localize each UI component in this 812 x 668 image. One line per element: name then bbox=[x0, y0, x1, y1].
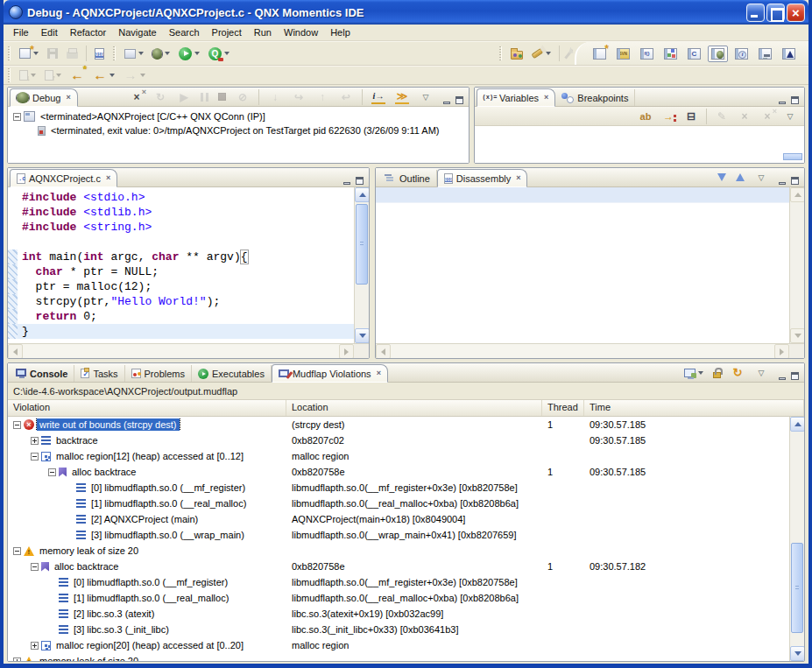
dropdown-arrow-icon[interactable] bbox=[546, 52, 551, 55]
profile-button[interactable] bbox=[205, 45, 233, 63]
remove-all-terminated-button[interactable]: × bbox=[126, 88, 147, 107]
profiler-perspective-button[interactable] bbox=[779, 46, 799, 62]
tab-problems[interactable]: Problems bbox=[125, 365, 192, 382]
maximize-view-button[interactable] bbox=[353, 174, 366, 186]
violation-row[interactable]: [1] libmudflapth.so.0 (__real_malloc)lib… bbox=[8, 496, 789, 511]
toolbar-drag-handle[interactable] bbox=[113, 46, 116, 60]
menu-project[interactable]: Project bbox=[206, 25, 248, 39]
minimize-view-button[interactable] bbox=[775, 94, 788, 106]
tab-mudflap-violations[interactable]: Mudflap Violations× bbox=[272, 364, 388, 383]
menu-search[interactable]: Search bbox=[163, 25, 206, 39]
tab-debug[interactable]: Debug× bbox=[10, 88, 78, 107]
restart-button[interactable]: ↻ bbox=[150, 88, 171, 107]
violation-row[interactable]: alloc backtrace0xb820758e109:30.57.182 bbox=[8, 559, 789, 574]
menu-run[interactable]: Run bbox=[248, 25, 278, 39]
open-element-button[interactable] bbox=[507, 46, 526, 62]
violation-row[interactable]: alloc backtrace0xb820758e109:30.57.185 bbox=[8, 464, 789, 480]
dropdown-arrow-icon[interactable] bbox=[31, 74, 36, 77]
collapse-all-button[interactable]: ⊟ bbox=[681, 107, 702, 126]
variables-content[interactable] bbox=[475, 126, 804, 163]
expander-minus[interactable] bbox=[13, 421, 21, 429]
column-header-location[interactable]: Location bbox=[286, 400, 542, 416]
violation-row[interactable]: write out of bounds (strcpy dest)(strcpy… bbox=[8, 417, 789, 432]
toolbar-drag-handle[interactable] bbox=[8, 68, 11, 82]
team-perspective-button[interactable] bbox=[660, 46, 681, 62]
toolbar-drag-handle[interactable] bbox=[8, 46, 11, 60]
view-menu-button[interactable]: ▽ bbox=[751, 168, 772, 187]
dropdown-arrow-icon[interactable] bbox=[194, 52, 200, 55]
change-value-button[interactable]: ✎ bbox=[711, 107, 732, 126]
debug-button[interactable] bbox=[149, 46, 173, 62]
scroll-up-button[interactable] bbox=[790, 187, 804, 202]
scroll-right-button[interactable] bbox=[774, 344, 789, 359]
violation-row[interactable]: memory leak of size 20 bbox=[8, 543, 789, 559]
debug-launch-button[interactable] bbox=[121, 46, 147, 61]
violation-row[interactable]: [1] libmudflapth.so.0 (__real_malloc)lib… bbox=[8, 590, 789, 606]
open-perspective-button[interactable] bbox=[590, 46, 610, 62]
violation-row[interactable]: [2] libc.so.3 (atexit)libc.so.3(atexit+0… bbox=[8, 606, 789, 622]
violation-row[interactable]: memory leak of size 20 bbox=[8, 653, 789, 661]
close-tab-icon[interactable]: × bbox=[516, 174, 520, 182]
save-button[interactable] bbox=[44, 46, 61, 61]
dropdown-arrow-icon[interactable] bbox=[140, 74, 145, 77]
suspend-button[interactable] bbox=[197, 90, 212, 104]
scroll-right-button[interactable] bbox=[339, 344, 354, 359]
tab-breakpoints[interactable]: Breakpoints bbox=[555, 89, 635, 106]
editor-vertical-scrollbar[interactable] bbox=[354, 187, 369, 343]
remove-all-button[interactable]: × bbox=[757, 107, 778, 126]
tab-disassembly[interactable]: Disassembly× bbox=[437, 169, 528, 187]
menu-navigate[interactable]: Navigate bbox=[112, 25, 162, 39]
last-edit-location-button[interactable]: ← bbox=[67, 66, 88, 85]
display-console-button[interactable] bbox=[681, 366, 707, 380]
code-editor[interactable]: #include <stdio.h>#include <stdlib.h>#in… bbox=[8, 187, 354, 343]
drop-to-frame-button[interactable]: ↩ bbox=[335, 88, 357, 107]
expander-plus[interactable] bbox=[31, 437, 39, 445]
maximize-view-button[interactable] bbox=[788, 369, 801, 382]
close-tab-icon[interactable]: × bbox=[377, 369, 381, 377]
c-perspective-button[interactable]: C bbox=[684, 46, 704, 62]
close-tab-icon[interactable]: × bbox=[66, 94, 70, 102]
pin-console-button[interactable] bbox=[710, 364, 724, 381]
menu-edit[interactable]: Edit bbox=[35, 25, 64, 39]
scroll-down-button[interactable] bbox=[714, 171, 730, 184]
violation-row[interactable]: [0] libmudflapth.so.0 (__mf_register)lib… bbox=[8, 480, 789, 496]
violation-row[interactable]: backtrace0xb8207c0209:30.57.185 bbox=[8, 432, 789, 448]
tab-tasks[interactable]: Tasks bbox=[74, 365, 124, 382]
debug-perspective-button[interactable] bbox=[708, 46, 728, 62]
minimize-view-button[interactable] bbox=[775, 174, 788, 186]
violation-row[interactable]: [3] libmudflapth.so.0 (__wrap_main)libmu… bbox=[8, 527, 789, 543]
violations-table-header[interactable]: ViolationLocationThreadTime bbox=[8, 400, 804, 417]
editor-horizontal-scrollbar[interactable] bbox=[8, 343, 369, 358]
menu-file[interactable]: File bbox=[7, 25, 35, 39]
view-menu-button[interactable]: ▽ bbox=[780, 107, 801, 126]
violation-row[interactable]: [0] libmudflapth.so.0 (__mf_register)lib… bbox=[8, 574, 789, 590]
scrollbar-thumb[interactable] bbox=[791, 543, 803, 633]
new-wizard-button[interactable] bbox=[16, 46, 42, 61]
tab-console[interactable]: Console bbox=[10, 365, 74, 382]
quill-button[interactable] bbox=[564, 46, 574, 62]
scroll-left-button[interactable] bbox=[8, 344, 23, 359]
debug-launch-tree[interactable]: <terminated>AQNXProject [C/C++ QNX QConn… bbox=[8, 107, 469, 163]
dropdown-arrow-icon[interactable] bbox=[224, 52, 229, 55]
back-button[interactable]: ← bbox=[89, 66, 118, 85]
print-button[interactable] bbox=[63, 46, 81, 61]
scroll-down-button[interactable] bbox=[355, 328, 369, 343]
maximize-button[interactable] bbox=[766, 4, 785, 22]
disassembly-content[interactable] bbox=[376, 187, 789, 343]
menu-help[interactable]: Help bbox=[324, 25, 357, 39]
debug-tree-row[interactable]: <terminated>AQNXProject [C/C++ QNX QConn… bbox=[8, 109, 469, 123]
violation-row[interactable]: malloc region[12] (heap) accessed at [0.… bbox=[8, 448, 789, 464]
table-vertical-scrollbar[interactable] bbox=[789, 417, 804, 661]
violation-row[interactable]: [3] libc.so.3 (_init_libc)libc.so.3(_ini… bbox=[8, 622, 789, 637]
binary-button[interactable] bbox=[91, 46, 108, 62]
terminate-button[interactable] bbox=[215, 90, 229, 103]
tab-variables[interactable]: Variables× bbox=[477, 88, 555, 107]
previous-annotation-button[interactable] bbox=[41, 67, 65, 83]
close-button[interactable] bbox=[787, 4, 805, 22]
expander-minus[interactable] bbox=[48, 468, 56, 476]
maximize-view-button[interactable] bbox=[453, 94, 466, 106]
instruction-stepping-button[interactable]: i→ bbox=[368, 88, 389, 107]
tab-aqnxcproject-c[interactable]: AQNXCProject.c× bbox=[10, 169, 117, 187]
disassembly-horizontal-scrollbar[interactable] bbox=[376, 343, 804, 358]
expander-plus[interactable] bbox=[31, 642, 39, 650]
